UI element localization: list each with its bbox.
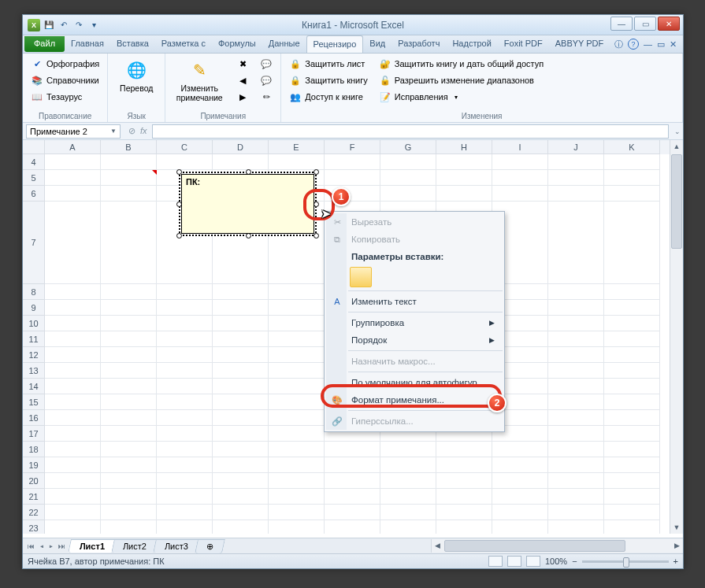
row-header[interactable]: 23 bbox=[23, 520, 45, 534]
column-header[interactable]: I bbox=[492, 140, 548, 154]
new-sheet-button[interactable]: ⊕ bbox=[195, 539, 225, 553]
cell[interactable] bbox=[380, 442, 436, 457]
cell[interactable] bbox=[213, 300, 269, 316]
resize-handle[interactable] bbox=[314, 233, 319, 239]
cell[interactable] bbox=[548, 347, 604, 363]
cell[interactable] bbox=[45, 473, 101, 489]
close-button[interactable]: ✕ bbox=[658, 17, 680, 31]
cell[interactable] bbox=[604, 154, 660, 170]
row-header[interactable]: 9 bbox=[23, 300, 45, 316]
cell[interactable] bbox=[45, 410, 101, 426]
name-box-dropdown-icon[interactable]: ▼ bbox=[110, 128, 117, 135]
cell[interactable] bbox=[157, 410, 213, 426]
cell[interactable] bbox=[269, 426, 325, 442]
show-comment-button[interactable]: 💬 bbox=[257, 56, 276, 72]
column-header[interactable]: B bbox=[101, 140, 157, 154]
cell[interactable] bbox=[45, 394, 101, 410]
cell[interactable] bbox=[269, 331, 325, 347]
column-header[interactable]: A bbox=[45, 140, 101, 154]
cell[interactable] bbox=[269, 473, 325, 489]
cell[interactable] bbox=[45, 442, 101, 457]
cell[interactable] bbox=[157, 316, 213, 331]
share-workbook-button[interactable]: 👥Доступ к книге bbox=[286, 89, 371, 105]
cell[interactable] bbox=[548, 394, 604, 410]
cell[interactable] bbox=[157, 284, 213, 300]
save-icon[interactable]: 💾 bbox=[43, 19, 55, 31]
cell[interactable] bbox=[101, 520, 157, 534]
cell[interactable] bbox=[548, 300, 604, 316]
select-all-corner[interactable] bbox=[23, 140, 45, 154]
cell[interactable] bbox=[101, 505, 157, 520]
cell[interactable] bbox=[269, 347, 325, 363]
research-button[interactable]: 📚Справочники bbox=[28, 72, 102, 88]
cell[interactable] bbox=[325, 154, 380, 170]
collapse-ribbon-icon[interactable]: ⓘ bbox=[614, 39, 623, 50]
cell[interactable] bbox=[101, 316, 157, 331]
resize-handle[interactable] bbox=[314, 169, 319, 175]
cell[interactable] bbox=[325, 489, 380, 505]
qat-customize-icon[interactable]: ▾ bbox=[87, 19, 100, 31]
tab-developer[interactable]: Разработч bbox=[391, 35, 446, 53]
cell[interactable] bbox=[380, 520, 436, 534]
column-header[interactable]: C bbox=[157, 140, 213, 154]
cell[interactable] bbox=[492, 170, 548, 186]
help-icon[interactable]: ? bbox=[628, 39, 639, 50]
row-header[interactable]: 21 bbox=[23, 489, 45, 505]
cell[interactable] bbox=[604, 457, 660, 473]
cell[interactable] bbox=[325, 442, 380, 457]
worksheet-grid[interactable]: ABCDEFGHIJK 4567891011121314151617181920… bbox=[23, 140, 683, 534]
cell[interactable] bbox=[45, 202, 101, 284]
row-header[interactable]: 10 bbox=[23, 316, 45, 331]
cell[interactable] bbox=[548, 442, 604, 457]
cell[interactable] bbox=[157, 379, 213, 394]
fx-icon[interactable]: fx bbox=[140, 126, 147, 136]
cell[interactable] bbox=[604, 284, 660, 300]
cell[interactable] bbox=[548, 331, 604, 347]
cell[interactable] bbox=[157, 331, 213, 347]
cell[interactable] bbox=[492, 457, 548, 473]
scrollbar-thumb[interactable] bbox=[671, 154, 682, 249]
view-normal-button[interactable] bbox=[488, 556, 503, 567]
cell[interactable] bbox=[269, 300, 325, 316]
cell[interactable] bbox=[380, 489, 436, 505]
cell[interactable] bbox=[380, 154, 436, 170]
cell[interactable] bbox=[548, 457, 604, 473]
cell[interactable] bbox=[325, 170, 380, 186]
tab-addins[interactable]: Надстрой bbox=[446, 35, 497, 53]
cell[interactable] bbox=[436, 154, 492, 170]
cell[interactable] bbox=[548, 316, 604, 331]
cell[interactable] bbox=[548, 202, 604, 284]
cell[interactable] bbox=[436, 505, 492, 520]
cell[interactable] bbox=[492, 489, 548, 505]
cell[interactable] bbox=[213, 363, 269, 379]
column-header[interactable]: E bbox=[269, 140, 325, 154]
cell[interactable] bbox=[380, 473, 436, 489]
cell[interactable] bbox=[45, 363, 101, 379]
cell[interactable] bbox=[436, 473, 492, 489]
cell[interactable] bbox=[101, 410, 157, 426]
cell[interactable] bbox=[213, 394, 269, 410]
horizontal-scrollbar[interactable]: ◀ ▶ bbox=[431, 539, 683, 553]
cell[interactable] bbox=[213, 520, 269, 534]
cell[interactable] bbox=[548, 154, 604, 170]
cell[interactable] bbox=[45, 426, 101, 442]
cell[interactable] bbox=[213, 347, 269, 363]
maximize-button[interactable]: ▭ bbox=[634, 17, 656, 31]
cell[interactable] bbox=[213, 316, 269, 331]
row-header[interactable]: 5 bbox=[23, 170, 45, 186]
cell[interactable] bbox=[492, 442, 548, 457]
cell[interactable] bbox=[101, 347, 157, 363]
row-header[interactable]: 11 bbox=[23, 331, 45, 347]
cell[interactable] bbox=[604, 202, 660, 284]
row-header[interactable]: 22 bbox=[23, 505, 45, 520]
sheet-tab-2[interactable]: Лист2 bbox=[111, 539, 158, 553]
mdi-minimize-icon[interactable]: — bbox=[644, 39, 652, 49]
cell[interactable] bbox=[213, 457, 269, 473]
cell[interactable] bbox=[157, 473, 213, 489]
view-pagebreak-button[interactable] bbox=[526, 556, 540, 567]
scroll-left-icon[interactable]: ◀ bbox=[432, 539, 443, 553]
delete-comment-button[interactable]: ✖ bbox=[233, 56, 252, 72]
row-header[interactable]: 12 bbox=[23, 347, 45, 363]
protect-share-button[interactable]: 🔐Защитить книгу и дать общий доступ bbox=[376, 56, 547, 72]
tab-home[interactable]: Главная bbox=[65, 35, 110, 53]
